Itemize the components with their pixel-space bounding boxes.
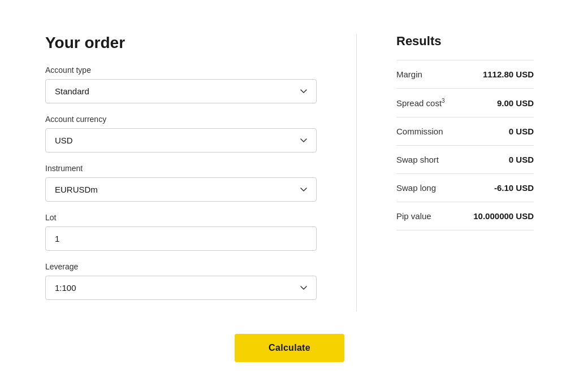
swap-long-label: Swap long — [396, 183, 436, 193]
account-type-group: Account type Standard Raw Spread Pro — [45, 66, 317, 103]
instrument-select[interactable]: EURUSDm GBPUSDm — [45, 177, 317, 202]
results-table: Margin 1112.80 USD Spread cost3 9.00 USD… — [396, 60, 534, 230]
spread-cost-superscript: 3 — [442, 98, 445, 104]
calculate-button[interactable]: Calculate — [235, 334, 344, 362]
result-row-commission: Commission 0 USD — [396, 117, 534, 146]
leverage-group: Leverage 1:100 1:50 1:200 1:500 — [45, 262, 317, 300]
panel-divider — [356, 34, 357, 311]
spread-cost-label: Spread cost3 — [396, 98, 445, 108]
left-panel: Your order Account type Standard Raw Spr… — [45, 34, 317, 311]
lot-input[interactable] — [45, 227, 317, 251]
leverage-label: Leverage — [45, 262, 317, 271]
account-type-label: Account type — [45, 66, 317, 75]
right-panel: Results Margin 1112.80 USD Spread cost3 … — [396, 34, 534, 230]
margin-value: 1112.80 USD — [483, 69, 534, 79]
results-title: Results — [396, 34, 534, 49]
swap-short-value: 0 USD — [509, 155, 534, 164]
lot-label: Lot — [45, 213, 317, 222]
calculator-container: Your order Account type Standard Raw Spr… — [11, 11, 568, 385]
pip-value-label: Pip value — [396, 211, 431, 221]
button-row: Calculate — [45, 334, 534, 362]
account-currency-group: Account currency USD EUR GBP AUD — [45, 115, 317, 153]
result-row-spread-cost: Spread cost3 9.00 USD — [396, 89, 534, 117]
account-currency-label: Account currency — [45, 115, 317, 124]
swap-long-value: -6.10 USD — [494, 183, 534, 193]
swap-short-label: Swap short — [396, 155, 439, 164]
result-row-pip-value: Pip value 10.000000 USD — [396, 202, 534, 230]
lot-group: Lot — [45, 213, 317, 251]
account-type-select[interactable]: Standard Raw Spread Pro — [45, 79, 317, 103]
result-row-swap-short: Swap short 0 USD — [396, 146, 534, 174]
main-layout: Your order Account type Standard Raw Spr… — [45, 34, 534, 311]
instrument-group: Instrument EURUSDm GBPUSDm — [45, 164, 317, 202]
account-currency-select[interactable]: USD EUR GBP AUD — [45, 128, 317, 153]
commission-label: Commission — [396, 127, 443, 136]
margin-label: Margin — [396, 69, 422, 79]
pip-value-value: 10.000000 USD — [473, 211, 534, 221]
leverage-select[interactable]: 1:100 1:50 1:200 1:500 — [45, 276, 317, 300]
your-order-title: Your order — [45, 34, 317, 52]
result-row-margin: Margin 1112.80 USD — [396, 60, 534, 89]
result-row-swap-long: Swap long -6.10 USD — [396, 174, 534, 202]
spread-cost-value: 9.00 USD — [497, 98, 534, 108]
commission-value: 0 USD — [509, 127, 534, 136]
instrument-label: Instrument — [45, 164, 317, 173]
